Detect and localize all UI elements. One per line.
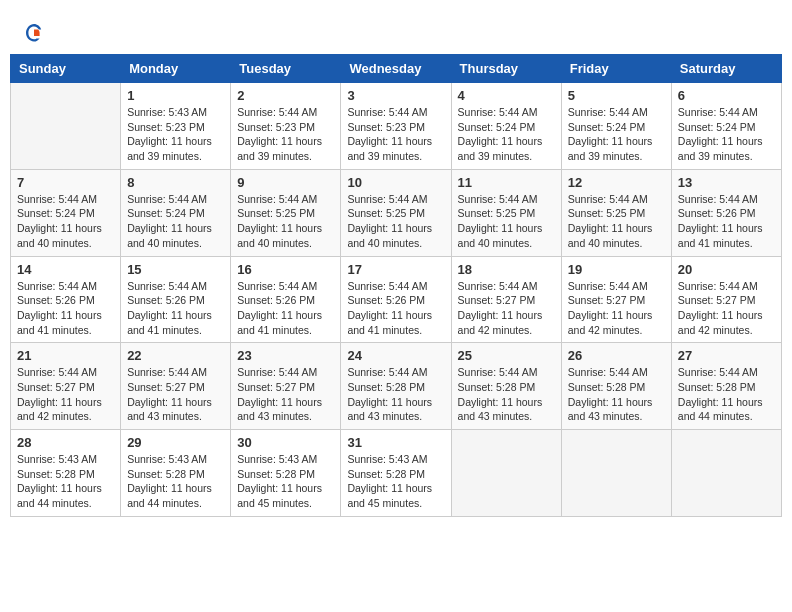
logo [20, 20, 46, 44]
calendar-week-row: 7Sunrise: 5:44 AMSunset: 5:24 PMDaylight… [11, 169, 782, 256]
calendar-day-cell: 17Sunrise: 5:44 AMSunset: 5:26 PMDayligh… [341, 256, 451, 343]
day-info: Sunrise: 5:44 AMSunset: 5:28 PMDaylight:… [347, 365, 444, 424]
day-number: 8 [127, 175, 224, 190]
day-info: Sunrise: 5:44 AMSunset: 5:23 PMDaylight:… [347, 105, 444, 164]
day-number: 9 [237, 175, 334, 190]
weekday-header: Saturday [671, 55, 781, 83]
day-info: Sunrise: 5:44 AMSunset: 5:24 PMDaylight:… [458, 105, 555, 164]
day-info: Sunrise: 5:44 AMSunset: 5:26 PMDaylight:… [127, 279, 224, 338]
day-number: 14 [17, 262, 114, 277]
day-number: 17 [347, 262, 444, 277]
day-info: Sunrise: 5:44 AMSunset: 5:28 PMDaylight:… [678, 365, 775, 424]
weekday-header: Friday [561, 55, 671, 83]
day-number: 13 [678, 175, 775, 190]
day-number: 11 [458, 175, 555, 190]
calendar-day-cell: 12Sunrise: 5:44 AMSunset: 5:25 PMDayligh… [561, 169, 671, 256]
calendar-day-cell: 4Sunrise: 5:44 AMSunset: 5:24 PMDaylight… [451, 83, 561, 170]
calendar-day-cell: 25Sunrise: 5:44 AMSunset: 5:28 PMDayligh… [451, 343, 561, 430]
day-number: 10 [347, 175, 444, 190]
weekday-header-row: SundayMondayTuesdayWednesdayThursdayFrid… [11, 55, 782, 83]
day-info: Sunrise: 5:44 AMSunset: 5:24 PMDaylight:… [568, 105, 665, 164]
calendar-week-row: 28Sunrise: 5:43 AMSunset: 5:28 PMDayligh… [11, 430, 782, 517]
day-info: Sunrise: 5:44 AMSunset: 5:26 PMDaylight:… [17, 279, 114, 338]
calendar-day-cell: 29Sunrise: 5:43 AMSunset: 5:28 PMDayligh… [121, 430, 231, 517]
logo-icon [22, 20, 46, 44]
day-number: 25 [458, 348, 555, 363]
day-number: 15 [127, 262, 224, 277]
day-info: Sunrise: 5:43 AMSunset: 5:23 PMDaylight:… [127, 105, 224, 164]
calendar-day-cell: 2Sunrise: 5:44 AMSunset: 5:23 PMDaylight… [231, 83, 341, 170]
day-number: 3 [347, 88, 444, 103]
calendar-day-cell: 19Sunrise: 5:44 AMSunset: 5:27 PMDayligh… [561, 256, 671, 343]
day-number: 20 [678, 262, 775, 277]
day-number: 19 [568, 262, 665, 277]
calendar-day-cell [671, 430, 781, 517]
weekday-header: Sunday [11, 55, 121, 83]
day-number: 24 [347, 348, 444, 363]
day-info: Sunrise: 5:44 AMSunset: 5:25 PMDaylight:… [458, 192, 555, 251]
calendar-day-cell: 8Sunrise: 5:44 AMSunset: 5:24 PMDaylight… [121, 169, 231, 256]
day-number: 16 [237, 262, 334, 277]
day-number: 1 [127, 88, 224, 103]
day-info: Sunrise: 5:44 AMSunset: 5:27 PMDaylight:… [678, 279, 775, 338]
day-info: Sunrise: 5:44 AMSunset: 5:27 PMDaylight:… [458, 279, 555, 338]
calendar-day-cell: 30Sunrise: 5:43 AMSunset: 5:28 PMDayligh… [231, 430, 341, 517]
day-number: 30 [237, 435, 334, 450]
day-number: 26 [568, 348, 665, 363]
day-number: 28 [17, 435, 114, 450]
day-info: Sunrise: 5:44 AMSunset: 5:27 PMDaylight:… [127, 365, 224, 424]
day-info: Sunrise: 5:43 AMSunset: 5:28 PMDaylight:… [17, 452, 114, 511]
calendar-day-cell: 13Sunrise: 5:44 AMSunset: 5:26 PMDayligh… [671, 169, 781, 256]
day-info: Sunrise: 5:43 AMSunset: 5:28 PMDaylight:… [347, 452, 444, 511]
calendar-day-cell: 23Sunrise: 5:44 AMSunset: 5:27 PMDayligh… [231, 343, 341, 430]
page-header [10, 10, 782, 49]
day-number: 22 [127, 348, 224, 363]
day-info: Sunrise: 5:44 AMSunset: 5:27 PMDaylight:… [17, 365, 114, 424]
calendar-day-cell: 6Sunrise: 5:44 AMSunset: 5:24 PMDaylight… [671, 83, 781, 170]
calendar-day-cell: 15Sunrise: 5:44 AMSunset: 5:26 PMDayligh… [121, 256, 231, 343]
weekday-header: Tuesday [231, 55, 341, 83]
weekday-header: Monday [121, 55, 231, 83]
day-number: 31 [347, 435, 444, 450]
calendar-day-cell: 27Sunrise: 5:44 AMSunset: 5:28 PMDayligh… [671, 343, 781, 430]
calendar-week-row: 1Sunrise: 5:43 AMSunset: 5:23 PMDaylight… [11, 83, 782, 170]
day-info: Sunrise: 5:44 AMSunset: 5:26 PMDaylight:… [347, 279, 444, 338]
day-info: Sunrise: 5:44 AMSunset: 5:28 PMDaylight:… [458, 365, 555, 424]
calendar-day-cell: 24Sunrise: 5:44 AMSunset: 5:28 PMDayligh… [341, 343, 451, 430]
day-info: Sunrise: 5:44 AMSunset: 5:26 PMDaylight:… [678, 192, 775, 251]
calendar-day-cell [451, 430, 561, 517]
calendar-day-cell: 11Sunrise: 5:44 AMSunset: 5:25 PMDayligh… [451, 169, 561, 256]
day-number: 2 [237, 88, 334, 103]
calendar-day-cell [11, 83, 121, 170]
day-info: Sunrise: 5:44 AMSunset: 5:26 PMDaylight:… [237, 279, 334, 338]
day-number: 7 [17, 175, 114, 190]
day-number: 21 [17, 348, 114, 363]
day-number: 18 [458, 262, 555, 277]
weekday-header: Thursday [451, 55, 561, 83]
calendar-day-cell: 26Sunrise: 5:44 AMSunset: 5:28 PMDayligh… [561, 343, 671, 430]
day-number: 5 [568, 88, 665, 103]
calendar-day-cell: 22Sunrise: 5:44 AMSunset: 5:27 PMDayligh… [121, 343, 231, 430]
day-number: 29 [127, 435, 224, 450]
calendar-day-cell: 14Sunrise: 5:44 AMSunset: 5:26 PMDayligh… [11, 256, 121, 343]
calendar-day-cell: 7Sunrise: 5:44 AMSunset: 5:24 PMDaylight… [11, 169, 121, 256]
day-number: 4 [458, 88, 555, 103]
day-info: Sunrise: 5:44 AMSunset: 5:25 PMDaylight:… [568, 192, 665, 251]
calendar-day-cell: 31Sunrise: 5:43 AMSunset: 5:28 PMDayligh… [341, 430, 451, 517]
calendar-day-cell: 21Sunrise: 5:44 AMSunset: 5:27 PMDayligh… [11, 343, 121, 430]
day-info: Sunrise: 5:44 AMSunset: 5:24 PMDaylight:… [127, 192, 224, 251]
calendar-table: SundayMondayTuesdayWednesdayThursdayFrid… [10, 54, 782, 517]
calendar-week-row: 14Sunrise: 5:44 AMSunset: 5:26 PMDayligh… [11, 256, 782, 343]
calendar-day-cell: 1Sunrise: 5:43 AMSunset: 5:23 PMDaylight… [121, 83, 231, 170]
day-info: Sunrise: 5:44 AMSunset: 5:27 PMDaylight:… [237, 365, 334, 424]
day-info: Sunrise: 5:44 AMSunset: 5:25 PMDaylight:… [237, 192, 334, 251]
day-info: Sunrise: 5:44 AMSunset: 5:28 PMDaylight:… [568, 365, 665, 424]
day-info: Sunrise: 5:44 AMSunset: 5:27 PMDaylight:… [568, 279, 665, 338]
day-info: Sunrise: 5:44 AMSunset: 5:23 PMDaylight:… [237, 105, 334, 164]
day-info: Sunrise: 5:43 AMSunset: 5:28 PMDaylight:… [237, 452, 334, 511]
calendar-day-cell: 16Sunrise: 5:44 AMSunset: 5:26 PMDayligh… [231, 256, 341, 343]
day-info: Sunrise: 5:44 AMSunset: 5:25 PMDaylight:… [347, 192, 444, 251]
calendar-day-cell: 9Sunrise: 5:44 AMSunset: 5:25 PMDaylight… [231, 169, 341, 256]
calendar-week-row: 21Sunrise: 5:44 AMSunset: 5:27 PMDayligh… [11, 343, 782, 430]
day-number: 27 [678, 348, 775, 363]
